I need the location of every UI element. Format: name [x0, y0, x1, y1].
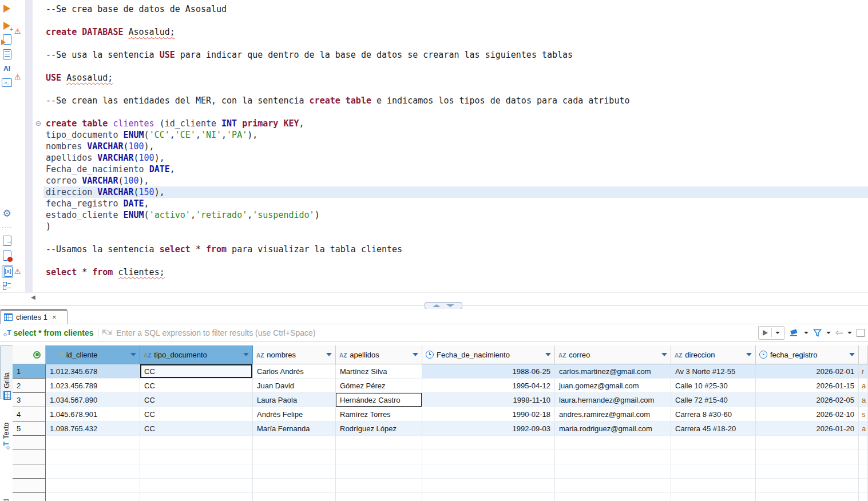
grid-cell[interactable]: maria.rodriguez@gmail.com	[555, 422, 671, 436]
empty-grid-cell[interactable]	[859, 436, 868, 450]
row-header-3[interactable]: 3	[13, 393, 46, 407]
empty-grid-cell[interactable]	[555, 464, 671, 479]
grid-cell[interactable]: 1.045.678.901	[46, 407, 140, 422]
warning-icon[interactable]: ⚠	[14, 267, 21, 276]
column-filter-arrow-icon[interactable]	[413, 353, 418, 356]
grid-cell[interactable]: 1992-09-03	[422, 422, 555, 436]
empty-grid-cell[interactable]	[140, 493, 253, 501]
close-icon[interactable]: ×	[52, 313, 57, 321]
column-filter-arrow-icon[interactable]	[746, 353, 752, 356]
empty-grid-cell[interactable]	[671, 436, 756, 450]
grid-cell[interactable]: Andrés Felipe	[253, 407, 336, 422]
empty-grid-cell[interactable]	[46, 493, 140, 501]
column-header-id_cliente[interactable]: 123⚿id_cliente	[46, 345, 140, 364]
column-filter-arrow-icon[interactable]	[243, 353, 249, 356]
empty-grid-cell[interactable]	[336, 479, 422, 493]
execute-statement-icon[interactable]	[2, 3, 12, 14]
column-header-tipo_documento[interactable]: AZtipo_documento	[140, 345, 253, 364]
empty-grid-cell[interactable]	[859, 450, 868, 464]
row-header-5[interactable]: 5	[13, 422, 46, 436]
grid-cell[interactable]: Calle 10 #25-30	[671, 379, 756, 393]
grid-cell[interactable]: a	[859, 379, 868, 393]
query-reference[interactable]: select * from clientes	[14, 328, 94, 337]
grid-cell[interactable]: Laura Paola	[253, 393, 336, 407]
empty-grid-cell[interactable]	[253, 493, 336, 501]
empty-grid-cell[interactable]	[756, 464, 859, 479]
empty-grid-cell[interactable]	[859, 464, 868, 479]
empty-grid-cell[interactable]	[140, 436, 253, 450]
filter-input[interactable]: Enter a SQL expression to filter results…	[116, 328, 315, 337]
empty-row-header[interactable]	[13, 436, 46, 450]
tab-clientes-1[interactable]: clientes 1 ×	[0, 309, 68, 324]
empty-grid-cell[interactable]	[756, 479, 859, 493]
row-header-2[interactable]: 2	[13, 379, 46, 393]
outline-icon[interactable]	[2, 280, 12, 291]
editor-horizontal-scrollbar[interactable]: ◀	[0, 292, 868, 302]
empty-grid-cell[interactable]	[671, 450, 756, 464]
empty-grid-cell[interactable]	[555, 479, 671, 493]
empty-row-header[interactable]	[13, 450, 46, 464]
empty-grid-cell[interactable]	[253, 464, 336, 479]
empty-grid-cell[interactable]	[140, 479, 253, 493]
expand-filter-icon[interactable]: ⇱⇲	[102, 329, 112, 336]
apply-filter-button[interactable]	[758, 326, 784, 340]
empty-grid-cell[interactable]	[336, 450, 422, 464]
grid-cell[interactable]: CC	[140, 364, 253, 379]
column-filter-arrow-icon[interactable]	[661, 353, 667, 356]
clipped-toolbar-icon[interactable]	[857, 329, 865, 337]
empty-grid-cell[interactable]	[422, 450, 555, 464]
empty-grid-cell[interactable]	[46, 436, 140, 450]
empty-grid-cell[interactable]	[253, 450, 336, 464]
grid-cell[interactable]: carlos.martinez@gmail.com	[555, 364, 671, 379]
warning-icon[interactable]: ⚠	[14, 27, 21, 36]
empty-row-header[interactable]	[13, 493, 46, 501]
grid-cell[interactable]: r	[859, 364, 868, 379]
grid-cell[interactable]: CC	[140, 379, 253, 393]
pane-splitter[interactable]	[0, 301, 868, 309]
chevron-down-icon[interactable]	[847, 332, 852, 334]
filter-funnel-icon[interactable]	[813, 329, 822, 337]
grid-cell[interactable]: Av 3 Norte #12-55	[671, 364, 756, 379]
grid-cell[interactable]: 2026-01-15	[756, 379, 859, 393]
grid-cell[interactable]: Martínez Silva	[336, 364, 422, 379]
erase-filter-icon[interactable]	[789, 329, 799, 337]
tab-grilla[interactable]: Grilla	[0, 345, 14, 399]
grid-cell[interactable]: 1995-04-12	[422, 379, 555, 393]
grid-cell[interactable]: s	[859, 407, 868, 422]
empty-grid-cell[interactable]	[555, 450, 671, 464]
column-filter-arrow-icon[interactable]	[326, 353, 332, 356]
grid-cell[interactable]: a	[859, 422, 868, 436]
column-header-estado_cliente[interactable]	[859, 345, 868, 364]
grid-cell[interactable]: juan.gomez@gmail.com	[555, 379, 671, 393]
row-header-4[interactable]: 4	[13, 407, 46, 422]
empty-grid-cell[interactable]	[422, 479, 555, 493]
back-arrow-icon[interactable]: ⇦	[835, 327, 843, 338]
settings-icon[interactable]: ⚙	[2, 208, 12, 218]
result-grid[interactable]: 123⚿id_clienteAZtipo_documentoAZnombresA…	[13, 345, 868, 501]
grid-cell[interactable]: CC	[140, 393, 253, 407]
empty-grid-cell[interactable]	[422, 493, 555, 501]
grid-cell[interactable]: Carrera 45 #18-20	[671, 422, 756, 436]
results-grid-doc-icon[interactable]	[2, 49, 12, 59]
grid-cell[interactable]: 2026-02-01	[756, 364, 859, 379]
column-header-nombres[interactable]: AZnombres	[253, 345, 336, 364]
grid-cell[interactable]: Carlos Andrés	[253, 364, 336, 379]
chevron-down-icon[interactable]	[804, 332, 808, 334]
scroll-left-icon[interactable]: ◀	[31, 294, 35, 300]
empty-grid-cell[interactable]	[46, 450, 140, 464]
export-script-icon[interactable]: →	[2, 236, 12, 246]
grid-cell[interactable]: Carrera 8 #30-60	[671, 407, 756, 422]
empty-row-header[interactable]	[13, 464, 46, 479]
empty-grid-cell[interactable]	[253, 436, 336, 450]
empty-grid-cell[interactable]	[756, 436, 859, 450]
empty-grid-cell[interactable]	[253, 479, 336, 493]
active-sql-file-icon[interactable]: [x]	[2, 265, 14, 278]
sql-code-area[interactable]: --Se crea base de datos de Asosaludcreat…	[43, 0, 868, 292]
chevron-down-icon[interactable]	[775, 332, 780, 334]
empty-grid-cell[interactable]	[140, 464, 253, 479]
empty-grid-cell[interactable]	[46, 479, 140, 493]
grid-cell[interactable]: 1.023.456.789	[46, 379, 140, 393]
empty-row-header[interactable]	[13, 479, 46, 493]
column-header-Fecha_de_nacimiento[interactable]: Fecha_de_nacimiento	[422, 345, 555, 364]
collapse-down-icon[interactable]	[446, 304, 454, 307]
